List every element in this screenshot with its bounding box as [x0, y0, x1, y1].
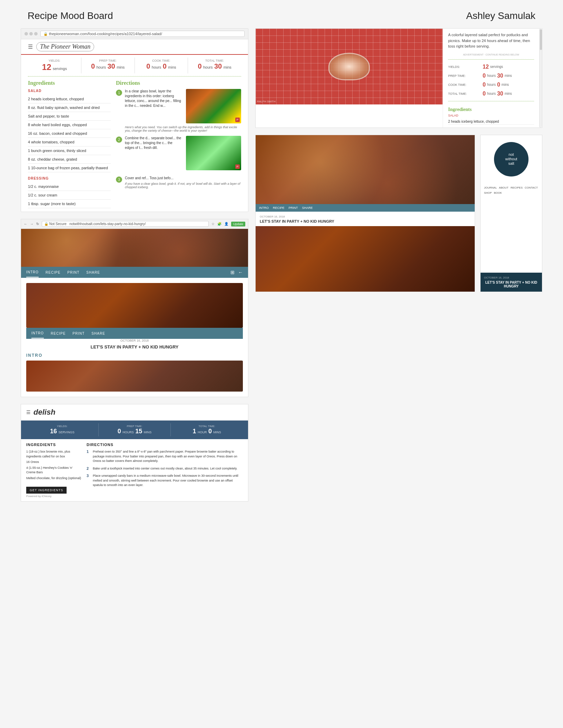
nws-nav2-recipe[interactable]: RECIPE [51, 329, 66, 338]
ingredient-item: 1/2 c. sour cream [28, 191, 111, 200]
bowl-visual [328, 53, 370, 80]
salad-label: SALAD [28, 89, 111, 93]
delish-logo: delish [33, 408, 56, 417]
delish-ingredient: 4 (1.55-oz.) Hershey's Cookies 'n' Creme… [26, 466, 81, 475]
hamburger-icon[interactable]: ☰ [28, 43, 33, 50]
tablecloth-photo: RALPH SMITH [256, 29, 443, 104]
delish-step-2: 2 Bake until a toothpick inserted into c… [87, 466, 243, 471]
pinterest-badge-1: P [235, 118, 240, 122]
pinterest-badge-2: P [235, 164, 240, 169]
nws-site-nav-contact[interactable]: CONTACT [525, 186, 538, 189]
ingredient-item: 8 whole hard boiled eggs, chopped [28, 121, 111, 129]
yields-stat: YIELDS: 12 servings [28, 58, 81, 73]
continue-reading: ADVERTISEMENT · CONTINUE READING BELOW [443, 53, 539, 57]
update-button[interactable]: Update [231, 222, 245, 226]
cook-time-stat: COOK TIME: 0 hours 0 mins [135, 58, 188, 73]
nws-nav-recipe[interactable]: RECIPE [46, 268, 60, 277]
nws-site-nav-about[interactable]: ABOUT [499, 186, 508, 189]
food-image-2: P [186, 136, 241, 170]
nws-nav-intro[interactable]: INTRO [26, 267, 39, 277]
delish-ingredients-col: INGREDIENTS 1 (18-oz.) box brownie mix, … [26, 443, 81, 498]
step-text-2: Combine the d... separate bowl... the to… [125, 136, 182, 150]
nws-right-nav-share[interactable]: SHARE [302, 206, 313, 210]
right-card-divider [448, 59, 534, 60]
right-card-description: A colorful layered salad perfect for pot… [443, 29, 539, 53]
salad-photo-area: RALPH SMITH [256, 29, 443, 128]
get-ingredients-container: GET INGREDIENTS Powered by iChicory [26, 484, 81, 498]
nws-right-date: OCTOBER 16, 2018 [260, 215, 471, 218]
browser-dot-3 [34, 32, 38, 36]
food-image-1: P [186, 89, 241, 123]
nws-logo-card: notwithoutsalt JOURNAL ABOUT RECIPES CON… [480, 135, 542, 292]
extensions-icon[interactable]: 🧩 [217, 222, 221, 226]
nws-right-food-hero [256, 135, 475, 204]
delish-ingredients-title: INGREDIENTS [26, 443, 81, 447]
nws-nav2-intro[interactable]: INTRO [31, 328, 44, 338]
nws-site-nav-journal[interactable]: JOURNAL [484, 186, 497, 189]
nws-browser-url: 🔒 Not Secure notwithhoutsalt.com/lets-st… [42, 221, 209, 227]
right-bottom-row: INTRO RECIPE PRINT SHARE OCTOBER 16, 201… [255, 135, 542, 292]
scroll-thumb[interactable] [540, 29, 542, 50]
nws-nav-share[interactable]: SHARE [86, 268, 100, 277]
nws-logo-spacer [481, 197, 542, 273]
nws-nav2-share[interactable]: SHARE [91, 329, 105, 338]
nws-site-nav-book[interactable]: BOOK [494, 191, 502, 194]
dressing-label: DRESSING [28, 176, 111, 180]
user-name: Ashley Samulak [466, 10, 535, 21]
nws-site-nav: JOURNAL ABOUT RECIPES CONTACT SHOP BOOK [481, 183, 542, 197]
nws-intro-food-image [26, 361, 243, 392]
nws-nav2-print[interactable]: PRINT [72, 329, 85, 338]
nws-right-nav-print[interactable]: PRINT [289, 206, 298, 210]
delish-ingredient: Melted chocolate, for drizzling (optiona… [26, 476, 81, 481]
delish-prep-stat: PREP TIME: 0 HOURS 15 MINS [99, 423, 171, 436]
step-number-3: 3 [116, 176, 122, 183]
nws-right-bottom: OCTOBER 16, 2018 LET'S STAY IN PARTY + N… [481, 273, 542, 292]
right-ingredients-section: Ingredients SALAD 2 heads iceberg lettuc… [443, 104, 539, 128]
delish-ingredient: 1 (18-oz.) box brownie mix, plus ingredi… [26, 449, 81, 459]
nws-right-card-title: LET'S STAY IN PARTY + NO KID HUNGRY [484, 281, 539, 288]
scrollbar[interactable] [539, 29, 542, 128]
nws-date: OCTOBER 16, 2018 [26, 339, 243, 342]
nws-food-texture [21, 229, 248, 267]
delish-step-text-2: Bake until a toothpick inserted into cen… [93, 466, 237, 471]
step-3: 3 Cover and ref... Toss just befo... If … [116, 176, 241, 189]
nws-food-image-row: INTRO RECIPE PRINT SHARE [26, 283, 243, 339]
step-1: 1 In a clear glass bowl, layer the ingre… [116, 89, 241, 132]
get-ingredients-button[interactable]: GET INGREDIENTS [26, 487, 67, 494]
pw-recipe-stats: YIELDS: 12 servings PREP TIME: 0 hours 3… [28, 55, 241, 77]
ingredient-item: 1 10-ounce bag of frozen peas, partially… [28, 164, 111, 172]
nws-nav-print[interactable]: PRINT [67, 268, 79, 277]
bookmark-icon[interactable]: ☆ [211, 222, 215, 226]
back-nav-icon[interactable]: ← [238, 270, 243, 275]
forward-icon[interactable]: → [30, 222, 33, 226]
nws-right-nav-recipe[interactable]: RECIPE [273, 206, 285, 210]
delish-hamburger-icon[interactable]: ☰ [26, 410, 31, 415]
right-column: RALPH SMITH A colorful layered salad per… [248, 28, 542, 502]
expand-icon[interactable]: ⊞ [230, 270, 235, 275]
nws-site-nav-recipes[interactable]: RECIPES [511, 186, 523, 189]
pw-browser-url: 🔒 thepioneerwoman.com/food-cooking/recip… [40, 31, 245, 37]
right-ingredients-heading: Ingredients [448, 107, 534, 112]
nws-nav-bar: INTRO RECIPE PRINT SHARE ⊞ ← [21, 267, 248, 278]
pw-ingredients-col: Ingredients SALAD 2 heads iceberg lettuc… [28, 80, 111, 208]
back-icon[interactable]: ← [24, 222, 27, 226]
powered-by-text: Powered by iChicory [26, 495, 81, 498]
refresh-icon[interactable]: ↻ [36, 222, 39, 226]
delish-step-num-2: 2 [87, 466, 91, 471]
tip-text-1: Here's what you need. You can switch up … [125, 125, 241, 132]
nws-food-image [26, 283, 243, 328]
nws-right-title: LET'S STAY IN PARTY + NO KID HUNGRY [260, 219, 471, 223]
ingredient-item: 1 bunch green onions, thinly sliced [28, 146, 111, 155]
account-icon[interactable]: 👤 [224, 222, 228, 226]
main-content: 🔒 thepioneerwoman.com/food-cooking/recip… [0, 28, 563, 515]
pw-browser-bar: 🔒 thepioneerwoman.com/food-cooking/recip… [21, 29, 248, 39]
nws-right-food-image-2 [256, 226, 475, 292]
nws-right-nav-intro[interactable]: INTRO [259, 206, 269, 210]
delish-directions-title: DIRECTIONS [87, 443, 243, 447]
nws-site-nav-shop[interactable]: SHOP [484, 191, 492, 194]
browser-dots [24, 32, 38, 36]
pw-site-header: ☰ The Pioneer Woman [21, 39, 248, 55]
nws-content: INTRO RECIPE PRINT SHARE OCTOBER 16, 201… [21, 278, 248, 397]
delish-recipe-stats: YIELDS: 16 SERVINGS PREP TIME: 0 HOURS 1… [21, 421, 248, 439]
delish-yields-stat: YIELDS: 16 SERVINGS [26, 423, 99, 436]
